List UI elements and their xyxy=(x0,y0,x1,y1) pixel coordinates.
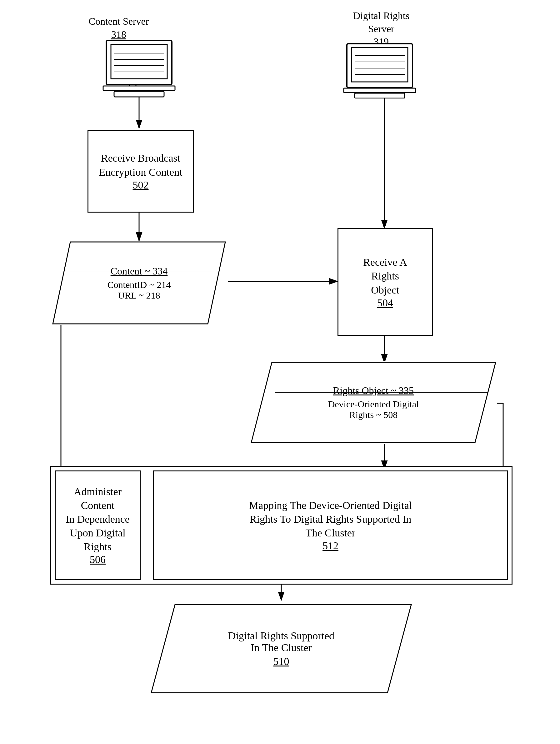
svg-rect-27 xyxy=(355,93,405,98)
para-335: Rights Object ~ 335 Device-Oriented Digi… xyxy=(250,361,497,444)
para-510: Digital Rights Supported In The Cluster … xyxy=(150,603,412,694)
para-334-line1: Content ~ 334 xyxy=(61,265,217,277)
svg-rect-25 xyxy=(352,47,408,82)
para-335-line1: Rights Object ~ 335 xyxy=(259,385,487,396)
box-504: Receive A Rights Object 504 xyxy=(337,228,433,336)
flowchart-diagram: Content Server 318 Digital Rights Server… xyxy=(0,0,560,744)
para-335-line3: Device-Oriented Digital xyxy=(259,399,487,410)
svg-rect-18 xyxy=(114,91,164,97)
para-510-line2: In The Cluster xyxy=(159,642,403,654)
svg-rect-28 xyxy=(344,88,415,92)
para-334: Content ~ 334 ContentID ~ 214 URL ~ 218 xyxy=(51,241,227,325)
content-server-label: Content Server 318 xyxy=(87,15,150,41)
digital-rights-server-icon xyxy=(337,41,422,99)
box-506: Administer Content In Dependence Upon Di… xyxy=(55,471,141,580)
para-334-line4: URL ~ 218 xyxy=(61,290,217,301)
box-512: Mapping The Device-Oriented Digital Righ… xyxy=(153,471,508,580)
para-510-line1: Digital Rights Supported xyxy=(159,630,403,642)
para-334-line3: ContentID ~ 214 xyxy=(61,280,217,290)
para-510-line3: 510 xyxy=(159,656,403,667)
svg-rect-19 xyxy=(103,86,175,90)
content-server-icon xyxy=(97,38,181,100)
box-502: Receive Broadcast Encryption Content 502 xyxy=(87,130,194,213)
svg-rect-16 xyxy=(111,44,167,79)
para-335-line4: Rights ~ 508 xyxy=(259,410,487,420)
